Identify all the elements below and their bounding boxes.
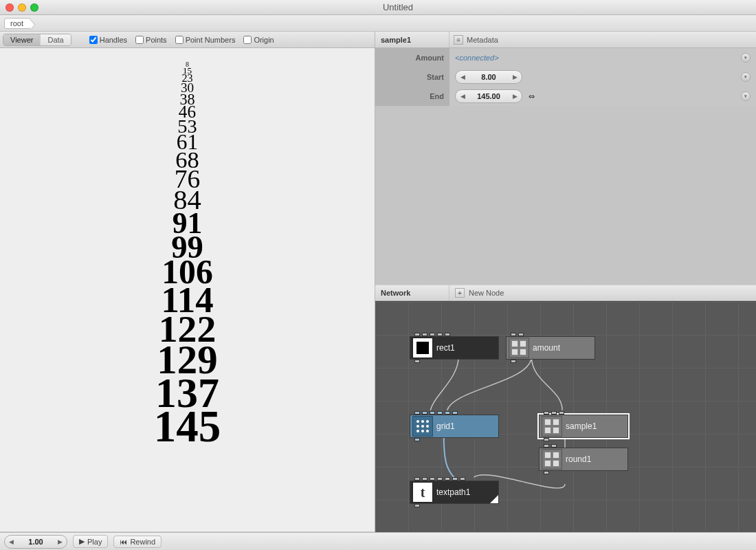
window-title: Untitled <box>45 2 751 12</box>
prop-start-value[interactable]: 8.00 <box>468 73 509 81</box>
checkbox-point-numbers-label: Point Numbers <box>186 36 236 44</box>
new-node-label: New Node <box>469 289 504 297</box>
prop-amount-label: Amount <box>375 48 449 67</box>
properties-header: sample1 ≡ Metadata <box>375 32 756 48</box>
new-node-button[interactable]: + <box>455 288 465 298</box>
properties-panel: Amount Start End <connected> ▾ ◀ 8.00 ▶ … <box>375 48 756 106</box>
textpath-icon: t <box>412 482 433 503</box>
minimize-window-button[interactable] <box>18 3 26 12</box>
checkbox-origin[interactable]: Origin <box>243 36 274 44</box>
play-button[interactable]: ▶Play <box>73 535 108 548</box>
rewind-icon: ⏮ <box>120 538 127 546</box>
play-label: Play <box>87 538 102 546</box>
prop-end-value[interactable]: 145.00 <box>468 92 509 100</box>
tab-viewer[interactable]: Viewer <box>3 34 41 45</box>
prop-amount-menu[interactable]: ▾ <box>741 53 751 63</box>
checkbox-origin-input[interactable] <box>243 36 252 44</box>
frame-increment[interactable]: ▶ <box>55 536 65 547</box>
prop-amount-value: <connected> <box>455 54 499 62</box>
prop-start-decrement[interactable]: ◀ <box>457 72 468 82</box>
breadcrumb-bar: root <box>0 15 756 32</box>
frame-decrement[interactable]: ◀ <box>6 536 16 547</box>
viewer-canvas[interactable]: 8152330384653616876849199106114122129137… <box>0 48 375 532</box>
frame-value[interactable]: 1.00 <box>16 538 55 546</box>
canvas-number: 145 <box>154 409 221 444</box>
viewer-tabs: Viewer Data <box>3 34 71 46</box>
checkbox-handles-label: Handles <box>100 36 127 44</box>
close-window-button[interactable] <box>5 3 14 12</box>
selected-node-name: sample1 <box>375 32 449 47</box>
node-amount[interactable]: amount <box>506 336 595 360</box>
node-textpath1-label: textpath1 <box>436 487 470 497</box>
play-icon: ▶ <box>79 537 85 546</box>
node-round1-label: round1 <box>566 454 591 464</box>
rewind-label: Rewind <box>130 538 155 546</box>
prop-start-field[interactable]: ◀ 8.00 ▶ <box>455 70 522 84</box>
rect-icon <box>412 338 433 358</box>
splitter-icon[interactable]: ⇔ <box>526 91 536 101</box>
prop-end-increment[interactable]: ▶ <box>509 91 520 102</box>
network-canvas[interactable]: rect1 amount grid1 sample1 <box>375 301 756 532</box>
node-textpath1[interactable]: t textpath1 <box>410 481 499 504</box>
prop-end-menu[interactable]: ▾ <box>741 91 751 101</box>
node-sample1-label: sample1 <box>566 421 597 431</box>
checkbox-points-label: Points <box>146 36 167 44</box>
number-icon <box>542 416 562 437</box>
network-header-label: Network <box>375 285 449 300</box>
checkbox-point-numbers-input[interactable] <box>175 36 184 44</box>
node-round1[interactable]: round1 <box>539 448 628 471</box>
zoom-window-button[interactable] <box>30 3 38 12</box>
metadata-tab[interactable]: Metadata <box>467 36 498 44</box>
properties-empty-area <box>375 106 756 285</box>
network-header: Network + New Node <box>375 285 756 301</box>
node-rect1[interactable]: rect1 <box>410 336 499 360</box>
metadata-icon[interactable]: ≡ <box>454 35 463 45</box>
checkbox-points[interactable]: Points <box>135 36 167 44</box>
node-rect1-label: rect1 <box>436 343 455 353</box>
rewind-button[interactable]: ⏮Rewind <box>113 536 162 548</box>
checkbox-points-input[interactable] <box>135 36 144 44</box>
titlebar: Untitled <box>0 0 756 15</box>
node-grid1[interactable]: grid1 <box>410 415 499 438</box>
prop-start-increment[interactable]: ▶ <box>509 72 520 82</box>
node-grid1-label: grid1 <box>436 421 455 431</box>
number-icon <box>542 449 562 470</box>
prop-end-field[interactable]: ◀ 145.00 ▶ <box>455 89 522 103</box>
viewer-toolbar: Viewer Data Handles Points Point Numbers… <box>0 32 375 48</box>
checkbox-handles[interactable]: Handles <box>89 36 127 44</box>
prop-start-menu[interactable]: ▾ <box>741 72 751 82</box>
checkbox-point-numbers[interactable]: Point Numbers <box>175 36 236 44</box>
grid-icon <box>412 416 433 437</box>
node-amount-label: amount <box>533 343 560 353</box>
node-sample1[interactable]: sample1 <box>539 415 628 438</box>
prop-end-decrement[interactable]: ◀ <box>457 91 468 102</box>
prop-start-label: Start <box>375 67 449 87</box>
prop-end-label: End <box>375 87 449 106</box>
tab-data[interactable]: Data <box>41 34 70 45</box>
checkbox-origin-label: Origin <box>254 36 274 44</box>
playbar: ◀ 1.00 ▶ ▶Play ⏮Rewind <box>0 532 756 550</box>
number-icon <box>509 338 529 358</box>
checkbox-handles-input[interactable] <box>89 36 98 44</box>
canvas-number-stack: 8152330384653616876849199106114122129137… <box>154 62 221 444</box>
frame-field[interactable]: ◀ 1.00 ▶ <box>4 535 67 549</box>
breadcrumb-root[interactable]: root <box>4 18 31 29</box>
